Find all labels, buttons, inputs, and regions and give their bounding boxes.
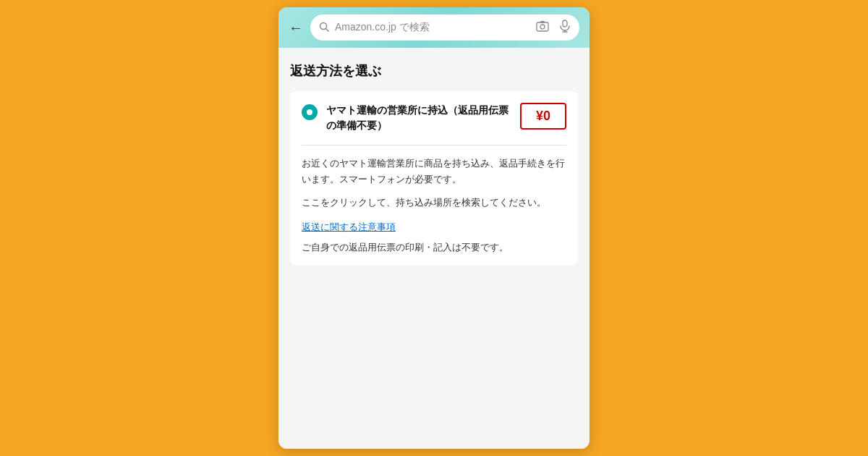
svg-point-3 [540, 25, 545, 29]
page-title: 返送方法を選ぶ [290, 62, 578, 80]
notice-link[interactable]: 返送に関する注意事項 [302, 221, 566, 234]
mic-icon[interactable] [559, 20, 571, 35]
svg-rect-2 [537, 22, 548, 31]
browser-bar: ← Amazon.co.jp で検索 [278, 7, 590, 48]
price-text: ¥0 [536, 109, 550, 123]
search-placeholder-text: Amazon.co.jp で検索 [335, 21, 527, 34]
search-icon [319, 22, 329, 34]
method-description: お近くのヤマト運輸営業所に商品を持ち込み、返品手続きを行います。スマートフォンが… [290, 145, 578, 266]
camera-icon[interactable] [536, 20, 549, 35]
click-instruction-text[interactable]: ここをクリックして、持ち込み場所を検索してください。 [302, 195, 566, 211]
notice-text: ご自身での返品用伝票の印刷・記入は不要です。 [302, 240, 566, 256]
svg-rect-5 [563, 20, 567, 27]
method-card: ヤマト運輸の営業所に持込（返品用伝票の準備不要） ¥0 お近くのヤマト運輸営業所… [290, 91, 578, 266]
description-text-1: お近くのヤマト運輸営業所に商品を持ち込み、返品手続きを行います。スマートフォンが… [302, 156, 566, 187]
svg-line-1 [326, 28, 329, 31]
method-title: ヤマト運輸の営業所に持込（返品用伝票の準備不要） [326, 103, 511, 133]
radio-inner [307, 109, 312, 115]
radio-selected[interactable] [302, 104, 318, 120]
method-header: ヤマト運輸の営業所に持込（返品用伝票の準備不要） ¥0 [290, 91, 578, 145]
phone-frame: ← Amazon.co.jp で検索 [278, 7, 590, 449]
svg-rect-4 [540, 21, 545, 23]
search-bar[interactable]: Amazon.co.jp で検索 [310, 14, 579, 41]
price-badge: ¥0 [520, 103, 566, 130]
page-content: 返送方法を選ぶ ヤマト運輸の営業所に持込（返品用伝票の準備不要） ¥0 お近くの… [278, 48, 590, 449]
back-button[interactable]: ← [289, 20, 303, 35]
